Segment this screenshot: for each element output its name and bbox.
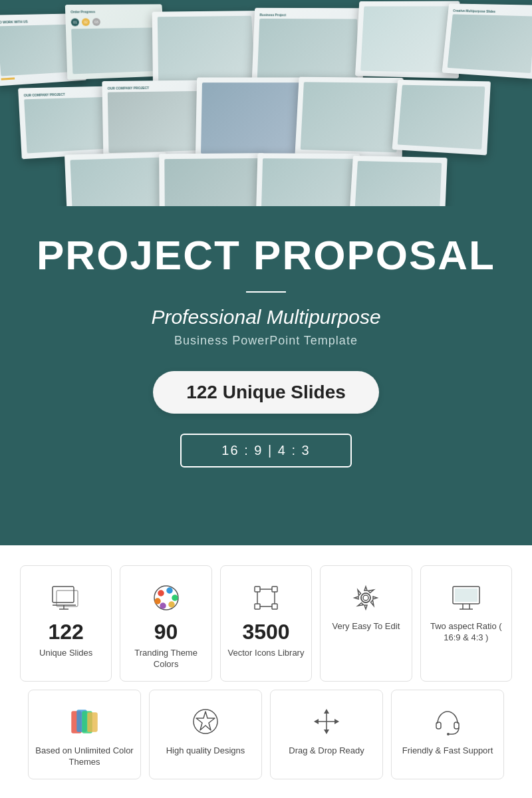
feature-label-quality: High quality Designs <box>166 745 245 757</box>
slide-preview-15 <box>348 156 447 206</box>
feature-number-colors: 90 <box>154 621 178 642</box>
move-icon <box>309 704 345 740</box>
monitor-icon <box>448 579 484 616</box>
svg-point-21 <box>361 593 370 602</box>
hero-sub2: Business PowerPoint Template <box>37 334 495 348</box>
feature-label-aspect: Two aspect Ratio ( 16:9 & 4:3 ) <box>428 621 505 644</box>
hero-divider <box>246 291 286 293</box>
svg-point-22 <box>363 595 368 600</box>
svg-point-11 <box>155 598 160 604</box>
feature-label-drag-drop: Drag & Drop Ready <box>289 745 364 757</box>
svg-rect-27 <box>455 589 477 602</box>
slide-preview-9 <box>196 77 307 159</box>
slide-preview-11 <box>392 80 491 156</box>
svg-point-9 <box>169 602 174 607</box>
vector-icon <box>248 579 285 616</box>
feature-label-slides: Unique Slides <box>39 648 92 659</box>
swatches-icon <box>66 704 103 740</box>
svg-marker-37 <box>324 730 329 734</box>
svg-rect-13 <box>272 587 277 592</box>
svg-marker-36 <box>324 709 329 714</box>
svg-marker-38 <box>314 719 319 724</box>
features-row-2: Based on Unlimited Color Themes High qua… <box>20 690 512 779</box>
feature-number-icons: 3500 <box>242 621 289 642</box>
gear-icon <box>348 579 384 616</box>
feature-unique-slides: 122 Unique Slides <box>20 565 112 682</box>
headset-icon <box>430 704 466 740</box>
slide-preview-6: Creative Multipurpose Slides <box>442 3 532 79</box>
feature-aspect-ratio: Two aspect Ratio ( 16:9 & 4:3 ) <box>420 565 512 682</box>
feature-drag-drop: Drag & Drop Ready <box>270 690 383 779</box>
features-row-1: 122 Unique Slides 90 Tranding Theme Colo… <box>20 565 512 682</box>
slide-preview-14 <box>255 153 360 206</box>
svg-point-6 <box>158 591 164 596</box>
slides-badge: 122 Unique Slides <box>153 371 379 414</box>
svg-point-42 <box>447 733 450 735</box>
svg-rect-12 <box>255 587 260 592</box>
palette-icon <box>148 579 184 616</box>
slides-preview: TO WORK WITH US Order Progress 01 02 03 <box>0 0 532 206</box>
feature-high-quality: High quality Designs <box>149 690 262 779</box>
star-icon <box>188 704 224 740</box>
aspect-ratio-badge: 16 : 9 | 4 : 3 <box>180 434 351 467</box>
slide-preview-12 <box>65 152 170 206</box>
hero-subtitle: Professional Multipurpose <box>37 306 495 329</box>
feature-easy-edit: Very Easy To Edit <box>320 565 412 682</box>
svg-rect-31 <box>88 713 97 732</box>
svg-rect-14 <box>255 604 260 609</box>
slide-preview-13 <box>159 153 267 206</box>
svg-point-10 <box>160 603 166 608</box>
feature-label-icons: Vector Icons Library <box>228 648 305 659</box>
slide-preview-10 <box>295 77 403 158</box>
hero-title: PROJECT PROPOSAL <box>37 233 495 278</box>
feature-color-themes: Based on Unlimited Color Themes <box>28 690 141 779</box>
feature-label-color-themes: Based on Unlimited Color Themes <box>35 745 134 768</box>
svg-marker-33 <box>196 712 215 730</box>
hero-content: PROJECT PROPOSAL Professional Multipurpo… <box>23 206 509 481</box>
features-section: 122 Unique Slides 90 Tranding Theme Colo… <box>0 545 532 798</box>
svg-rect-1 <box>57 591 78 606</box>
feature-number-slides: 122 <box>49 621 84 642</box>
feature-label-support: Friendly & Fast Support <box>402 745 493 757</box>
hero-section: TO WORK WITH US Order Progress 01 02 03 <box>0 0 532 545</box>
slide-preview-7: OUR COMPANY PROJECT <box>18 86 114 160</box>
feature-theme-colors: 90 Tranding Theme Colors <box>120 565 211 682</box>
svg-rect-15 <box>272 604 277 609</box>
feature-support: Friendly & Fast Support <box>391 690 504 779</box>
svg-rect-41 <box>454 722 459 729</box>
svg-point-7 <box>167 588 172 593</box>
feature-label-edit: Very Easy To Edit <box>332 621 400 632</box>
slide-preview-8: OUR COMPANY PROJECT <box>102 80 207 159</box>
svg-rect-40 <box>436 722 441 729</box>
svg-point-8 <box>172 595 178 600</box>
slides-icon <box>48 579 84 616</box>
feature-label-colors: Tranding Theme Colors <box>127 648 204 670</box>
feature-vector-icons: 3500 Vector Icons Library <box>220 565 312 682</box>
svg-marker-39 <box>334 719 339 724</box>
svg-rect-0 <box>53 587 74 602</box>
